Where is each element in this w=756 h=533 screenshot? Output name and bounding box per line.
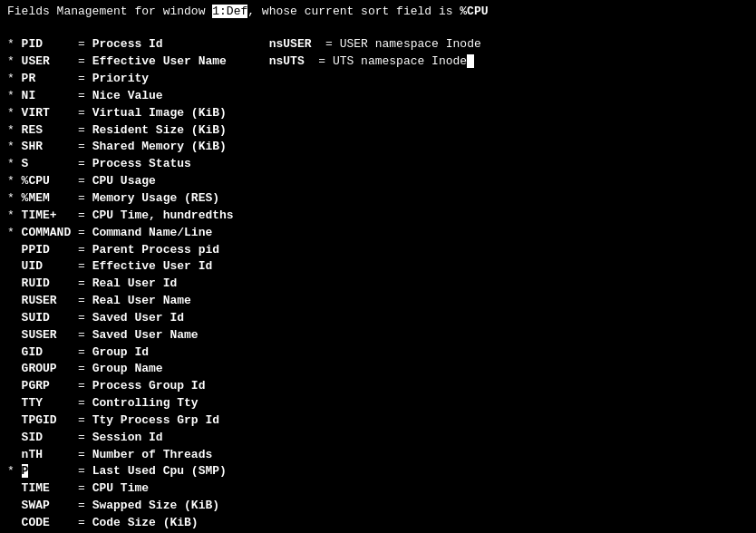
field-eq: =: [71, 294, 92, 307]
field-name: %MEM: [22, 191, 72, 205]
field-name: GROUP: [22, 362, 72, 375]
field-row: RUID = Real User Id: [7, 276, 749, 293]
field-row: UID = Effective User Id: [7, 258, 749, 276]
field-name: SHR: [22, 140, 72, 153]
field-row: * VIRT = Virtual Image (KiB): [7, 105, 749, 122]
field-eq: =: [71, 499, 92, 512]
field-desc: Memory Usage (RES): [92, 191, 219, 205]
field-row: * NI = Nice Value: [7, 88, 749, 105]
field-desc: Effective User Name: [92, 54, 227, 68]
header-line-1: Fields Management for window 1:Def, whos…: [7, 4, 749, 20]
field-desc: Priority: [92, 72, 149, 85]
header-sort-prefix: , whose current sort field is: [247, 5, 460, 18]
field-eq: =: [71, 396, 92, 410]
field-desc: Tty Process Grp Id: [92, 413, 219, 427]
inactive-marker: [7, 276, 22, 290]
field-row: SID = Session Id: [7, 430, 749, 447]
field-desc: Real User Name: [92, 294, 191, 307]
field-row: * RES = Resident Size (KiB): [7, 122, 749, 140]
field-row: * PID = Process Id nsUSER = USER namespa…: [7, 36, 749, 53]
inactive-marker: [7, 328, 22, 342]
field-row: * PR = Priority: [7, 71, 749, 88]
field-eq: =: [71, 157, 92, 170]
terminal-window: Fields Management for window 1:Def, whos…: [7, 4, 749, 533]
field-eq: =: [71, 72, 92, 85]
active-marker: *: [7, 226, 22, 239]
field-eq: =: [71, 276, 92, 290]
inactive-marker: [7, 345, 22, 359]
field-row: CODE = Code Size (KiB): [7, 515, 749, 532]
active-marker: *: [7, 140, 22, 153]
field-eq: =: [71, 208, 92, 222]
field-name: VIRT: [22, 106, 72, 120]
field-eq: =: [71, 448, 92, 461]
field-row: PGRP = Process Group Id: [7, 378, 749, 395]
right-field-eq: =: [305, 54, 333, 68]
field-desc: Group Name: [92, 362, 163, 375]
inactive-marker: [7, 431, 22, 444]
inactive-marker: [7, 379, 22, 392]
field-desc: Real User Id: [92, 276, 178, 290]
header-title: Fields Management for window: [7, 5, 212, 18]
field-row: SUSER = Saved User Name: [7, 327, 749, 344]
inactive-marker: [7, 243, 22, 257]
right-field-name: nsUTS: [269, 54, 305, 68]
active-marker: *: [7, 54, 22, 68]
field-desc: Shared Memory (KiB): [92, 140, 227, 153]
field-eq: =: [71, 54, 92, 68]
field-name: COMMAND: [22, 226, 72, 239]
active-marker: *: [7, 157, 22, 170]
field-eq: =: [71, 413, 92, 427]
field-name: PR: [22, 72, 72, 85]
field-desc: Swapped Size (KiB): [92, 499, 219, 512]
field-desc: Process Id: [92, 37, 163, 51]
right-field-desc: USER namespace Inode: [340, 37, 481, 51]
field-name: CODE: [22, 516, 72, 529]
field-name: RES: [22, 123, 72, 137]
field-row: PPID = Parent Process pid: [7, 242, 749, 259]
field-desc: Group Id: [92, 345, 149, 359]
right-field-eq: =: [311, 37, 339, 51]
field-desc: Parent Process pid: [92, 243, 219, 257]
field-name: TPGID: [22, 413, 72, 427]
active-marker: *: [7, 191, 22, 205]
inactive-marker: [7, 294, 22, 307]
cursor: [467, 54, 474, 68]
field-desc: Number of Threads: [92, 448, 213, 461]
window-id-highlight: 1:Def: [212, 5, 247, 18]
field-eq: =: [71, 481, 92, 495]
field-name: SUID: [22, 311, 72, 325]
field-name: RUSER: [22, 294, 72, 307]
field-name: SUSER: [22, 328, 72, 342]
field-row: * S = Process Status: [7, 156, 749, 173]
field-desc: Session Id: [92, 431, 163, 444]
field-desc: Saved User Id: [92, 311, 184, 325]
field-row: * USER = Effective User Name nsUTS = UTS…: [7, 53, 749, 71]
field-eq: =: [71, 311, 92, 325]
field-desc: Process Group Id: [92, 379, 206, 392]
field-row: GID = Group Id: [7, 344, 749, 362]
field-desc: Nice Value: [92, 89, 163, 102]
field-row: * %CPU = CPU Usage: [7, 173, 749, 190]
field-name: SWAP: [22, 499, 72, 512]
field-eq: =: [71, 516, 92, 529]
field-name: UID: [22, 259, 72, 273]
inactive-marker: [7, 481, 22, 495]
field-desc: Effective User Id: [92, 259, 213, 273]
sort-field-bold: %CPU: [460, 5, 488, 18]
field-eq: =: [71, 123, 92, 137]
field-desc: Controlling Tty: [92, 396, 199, 410]
active-marker: *: [7, 208, 22, 222]
inactive-marker: [7, 499, 22, 512]
field-desc: Command Name/Line: [92, 226, 213, 239]
field-eq: =: [71, 37, 92, 51]
field-eq: =: [71, 345, 92, 359]
field-name: S: [22, 157, 72, 170]
active-marker: *: [7, 464, 22, 478]
field-row: TIME = CPU Time: [7, 480, 749, 498]
field-eq: =: [71, 243, 92, 257]
inactive-marker: [7, 396, 22, 410]
active-marker: *: [7, 174, 22, 188]
field-name: PGRP: [22, 379, 72, 392]
field-row: GROUP = Group Name: [7, 361, 749, 378]
